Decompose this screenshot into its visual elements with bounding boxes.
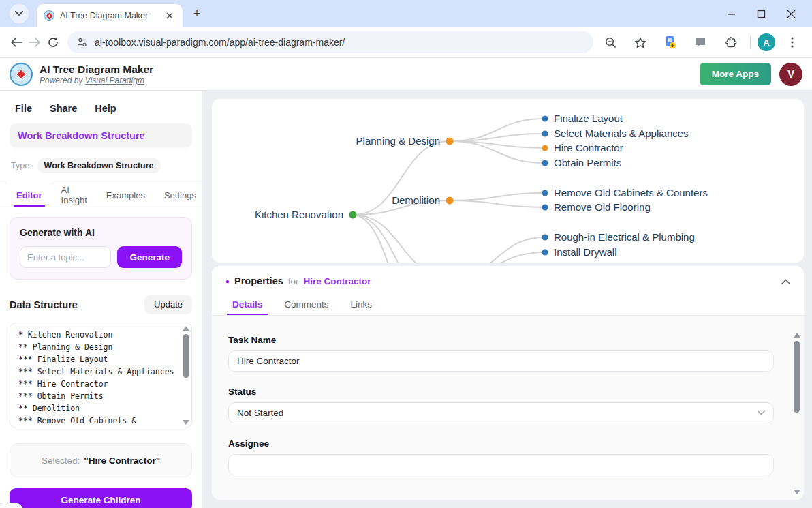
menu-file[interactable]: File (15, 103, 32, 114)
new-tab-button[interactable]: + (188, 5, 206, 23)
generate-with-ai-panel: Generate with AI Generate (10, 217, 192, 280)
task-name-label: Task Name (228, 335, 774, 345)
collapse-panel-button[interactable] (781, 275, 790, 287)
scroll-down-icon[interactable] (794, 490, 800, 494)
topic-input[interactable] (20, 246, 111, 268)
type-label: Type: (11, 161, 32, 170)
window-maximize-button[interactable] (755, 8, 767, 20)
tab-search-button[interactable] (10, 4, 29, 23)
collapsed-section-corner (0, 503, 23, 508)
leaf-node-label[interactable]: Finalize Layout (554, 113, 623, 124)
site-favicon-icon (44, 10, 54, 21)
leaf-node-dot[interactable] (542, 160, 548, 166)
parent-node-label[interactable]: Planning & Design (356, 135, 440, 147)
menu-help[interactable]: Help (95, 103, 116, 114)
sidebar-tabs: Editor AI Insight Examples Settings (0, 183, 202, 207)
properties-panel: ● Properties for Hire Contractor Details… (212, 266, 804, 500)
account-avatar[interactable]: V (779, 63, 802, 86)
leaf-node-dot-selected[interactable] (542, 145, 548, 151)
parent-node-dot[interactable] (446, 138, 454, 145)
app-header: AI Tree Diagram Maker Powered by Visual … (0, 58, 812, 91)
scroll-up-icon[interactable] (794, 333, 800, 338)
feedback-extension-icon[interactable] (689, 31, 711, 53)
leaf-node-dot[interactable] (542, 116, 548, 122)
browser-menu-icon[interactable] (781, 31, 803, 53)
reload-button[interactable] (46, 31, 60, 53)
properties-scrollbar[interactable] (793, 331, 801, 496)
update-button[interactable]: Update (144, 295, 192, 314)
document-title: Work Breakdown Structure (18, 130, 145, 141)
leaf-node-label[interactable]: Install Drywall (554, 246, 617, 258)
mouse-cursor-pointer (809, 239, 812, 255)
status-select[interactable]: Not Started (228, 402, 774, 423)
scroll-down-icon[interactable] (183, 420, 189, 425)
leaf-node-dot[interactable] (542, 205, 548, 211)
back-button[interactable] (9, 31, 23, 53)
tab-close-icon[interactable] (163, 10, 176, 22)
tab-settings[interactable]: Settings (155, 183, 202, 207)
leaf-node-dot[interactable] (542, 190, 548, 196)
data-structure-editor[interactable]: * Kitchen Renovation ** Planning & Desig… (10, 323, 192, 428)
scroll-thumb[interactable] (183, 334, 189, 378)
tab-links[interactable]: Links (340, 293, 384, 315)
parent-node-dot[interactable] (446, 197, 454, 205)
task-name-input[interactable] (228, 350, 774, 372)
root-node-label[interactable]: Kitchen Renovation (255, 209, 343, 220)
bookmark-star-icon[interactable] (629, 31, 651, 53)
properties-bullet-icon: ● (225, 278, 230, 285)
menu-share[interactable]: Share (50, 103, 77, 114)
diagram-canvas[interactable]: Kitchen Renovation Planning & Design Dem… (212, 99, 804, 263)
chevron-up-icon (781, 279, 790, 284)
leaf-node-dot[interactable] (542, 131, 548, 137)
leaf-node-label[interactable]: Hire Contractor (554, 142, 623, 153)
selected-label: Selected: (42, 455, 80, 466)
extensions-puzzle-icon[interactable] (719, 31, 741, 53)
scroll-up-icon[interactable] (183, 326, 189, 331)
properties-title: Properties (234, 275, 283, 286)
window-minimize-button[interactable] (725, 8, 737, 20)
scroll-thumb[interactable] (794, 341, 800, 413)
assignee-label: Assignee (228, 438, 774, 449)
leaf-node-label[interactable]: Remove Old Cabinets & Counters (554, 187, 708, 198)
leaf-node-label[interactable]: Rough-in Electrical & Plumbing (554, 231, 695, 243)
zoom-out-icon[interactable] (599, 31, 621, 53)
tab-ai-insight[interactable]: AI Insight (52, 183, 97, 207)
sidebar: File Share Help Work Breakdown Structure… (0, 91, 202, 508)
site-settings-icon[interactable] (77, 38, 88, 47)
forward-button[interactable] (27, 31, 42, 53)
toolbar-separator (750, 36, 751, 48)
leaf-node-label[interactable]: Obtain Permits (554, 157, 621, 168)
assignee-input[interactable] (228, 454, 774, 475)
tab-editor[interactable]: Editor (7, 179, 52, 207)
more-apps-button[interactable]: More Apps (700, 63, 771, 85)
properties-header: ● Properties for Hire Contractor (212, 266, 804, 293)
leaf-node-dot[interactable] (542, 250, 548, 256)
generate-children-button[interactable]: Generate Children (10, 488, 192, 508)
app-title: AI Tree Diagram Maker (40, 63, 153, 76)
leaf-node-dot[interactable] (542, 235, 548, 241)
root-node-dot[interactable] (349, 211, 357, 219)
browser-profile-avatar[interactable]: A (758, 33, 775, 51)
docs-extension-icon[interactable] (659, 31, 681, 53)
tab-examples[interactable]: Examples (97, 183, 155, 207)
browser-tab[interactable]: AI Tree Diagram Maker (37, 4, 183, 27)
tab-details[interactable]: Details (221, 293, 273, 315)
generate-panel-title: Generate with AI (20, 227, 182, 238)
document-title-box[interactable]: Work Breakdown Structure (10, 123, 192, 148)
generate-button[interactable]: Generate (117, 246, 182, 268)
menu-bar: File Share Help (10, 98, 192, 115)
data-structure-scrollbar[interactable] (182, 325, 190, 426)
status-label: Status (228, 387, 774, 397)
address-bar[interactable]: ai-toolbox.visual-paradigm.com/app/ai-tr… (67, 31, 593, 53)
properties-tabs: Details Comments Links (212, 293, 804, 316)
window-close-button[interactable] (785, 8, 797, 20)
selected-value: "Hire Contractor" (84, 455, 160, 466)
visual-paradigm-link[interactable]: Visual Paradigm (85, 76, 144, 85)
parent-node-label[interactable]: Demolition (392, 194, 440, 206)
url-text: ai-toolbox.visual-paradigm.com/app/ai-tr… (95, 37, 345, 48)
leaf-node-label[interactable]: Remove Old Flooring (554, 201, 651, 213)
properties-form: Task Name Status Not Started Assignee (212, 316, 804, 500)
leaf-node-label[interactable]: Select Materials & Appliances (554, 128, 689, 139)
data-structure-text[interactable]: * Kitchen Renovation ** Planning & Desig… (18, 329, 176, 428)
tab-comments[interactable]: Comments (273, 293, 339, 315)
